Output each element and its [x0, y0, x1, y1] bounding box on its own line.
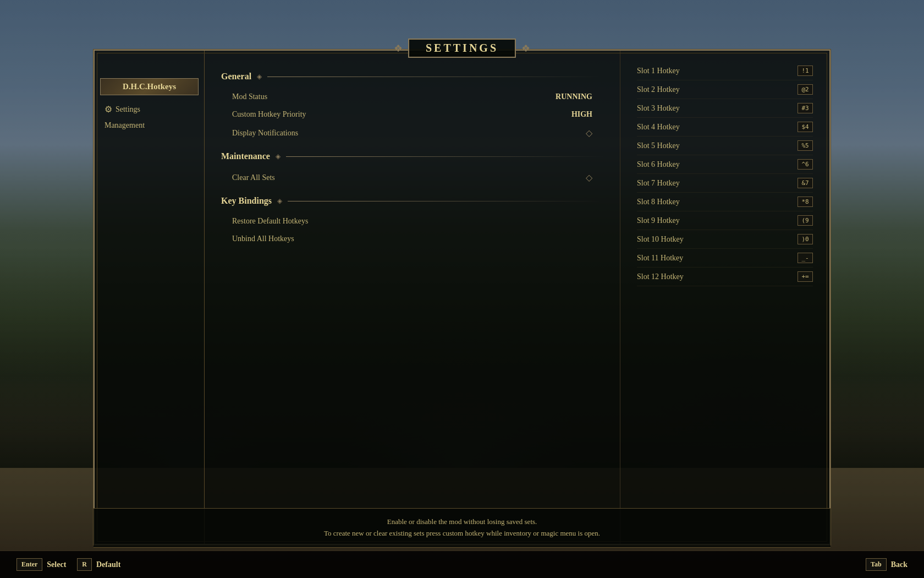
main-panel: ❖ SETTINGS ❖ D.H.C.Hotkeys ⚙ Settings Ma… [94, 50, 831, 545]
header: ❖ SETTINGS ❖ [394, 39, 530, 58]
hotkey-slot-7[interactable]: Slot 7 Hotkey&7 [637, 174, 813, 193]
keybindings-section-header: Key Bindings ◈ [221, 196, 603, 206]
hotkey-slot-8-label: Slot 8 Hotkey [637, 198, 680, 206]
sidebar-management-label: Management [105, 121, 145, 130]
sidebar: D.H.C.Hotkeys ⚙ Settings Management [95, 51, 205, 544]
hotkey-slot-3[interactable]: Slot 3 Hotkey#3 [637, 99, 813, 118]
hotkey-priority-value: HIGH [571, 110, 592, 119]
maintenance-diamond: ◈ [276, 152, 280, 161]
hotkey-slot-11-label: Slot 11 Hotkey [637, 254, 683, 263]
select-label: Select [47, 560, 66, 569]
hotkey-slot-7-key: &7 [798, 178, 813, 188]
description-bar: Enable or disable the mod without losing… [94, 508, 831, 548]
r-key: R [77, 558, 92, 571]
hotkey-slot-8[interactable]: Slot 8 Hotkey*8 [637, 193, 813, 211]
hotkey-slot-1-label: Slot 1 Hotkey [637, 67, 680, 75]
display-notifications-label: Display Notifications [232, 129, 298, 138]
hotkey-slot-2-label: Slot 2 Hotkey [637, 85, 680, 94]
description-line2: To create new or clear existing sets pre… [105, 528, 820, 539]
sidebar-item-settings[interactable]: ⚙ Settings [100, 102, 199, 117]
panel-title: SETTINGS [408, 39, 516, 58]
hotkey-slot-5-key: %5 [798, 140, 813, 151]
enter-select-btn: Enter Select R Default [16, 558, 120, 571]
hotkey-slot-6-label: Slot 6 Hotkey [637, 160, 680, 169]
tab-back-btn: Tab Back [866, 558, 908, 571]
tab-key: Tab [866, 558, 887, 571]
left-content: General ◈ Mod Status RUNNING Custom Hotk… [205, 51, 620, 544]
hotkey-slot-8-key: *8 [798, 197, 813, 207]
general-title: General [221, 72, 251, 81]
mod-status-row[interactable]: Mod Status RUNNING [221, 88, 603, 106]
corner-tr [815, 50, 831, 65]
hotkey-slot-1[interactable]: Slot 1 Hotkey!1 [637, 62, 813, 80]
unbind-hotkeys-row[interactable]: Unbind All Hotkeys [221, 230, 603, 248]
hotkey-slot-5-label: Slot 5 Hotkey [637, 141, 680, 150]
hotkey-slot-11-key: _- [798, 253, 813, 263]
panel-body: D.H.C.Hotkeys ⚙ Settings Management Gene… [95, 51, 829, 544]
clear-all-sets-row[interactable]: Clear All Sets ◇ [221, 168, 603, 187]
general-section-header: General ◈ [221, 72, 603, 81]
hotkey-slot-9[interactable]: Slot 9 Hotkey(9 [637, 211, 813, 230]
sidebar-item-management[interactable]: Management [100, 119, 199, 132]
hotkey-slot-11[interactable]: Slot 11 Hotkey_- [637, 249, 813, 268]
header-ornament-left: ❖ [394, 42, 403, 54]
hotkey-slot-6[interactable]: Slot 6 Hotkey^6 [637, 155, 813, 174]
hotkey-slots-list: Slot 1 Hotkey!1Slot 2 Hotkey@2Slot 3 Hot… [637, 62, 813, 286]
keybindings-diamond: ◈ [277, 197, 282, 205]
hotkey-slot-5[interactable]: Slot 5 Hotkey%5 [637, 137, 813, 155]
header-ornament-right: ❖ [521, 42, 530, 54]
maintenance-line [286, 156, 603, 157]
maintenance-title: Maintenance [221, 151, 270, 161]
sidebar-mod-name[interactable]: D.H.C.Hotkeys [100, 78, 199, 95]
display-notifications-toggle: ◇ [586, 128, 592, 138]
corner-tl [94, 50, 109, 65]
back-label: Back [891, 560, 908, 569]
hotkey-slot-12-key: += [798, 271, 813, 282]
general-diamond: ◈ [257, 73, 262, 81]
bottom-bar: Enter Select R Default Tab Back [0, 550, 924, 578]
clear-all-sets-icon: ◇ [586, 172, 592, 183]
display-notifications-row[interactable]: Display Notifications ◇ [221, 123, 603, 143]
hotkey-slot-12[interactable]: Slot 12 Hotkey+= [637, 268, 813, 286]
hotkey-slot-12-label: Slot 12 Hotkey [637, 272, 684, 281]
hotkey-slot-9-label: Slot 9 Hotkey [637, 216, 680, 225]
keybindings-title: Key Bindings [221, 196, 272, 206]
hotkey-slot-10[interactable]: Slot 10 Hotkey)0 [637, 230, 813, 249]
hotkey-slot-3-key: #3 [798, 103, 813, 113]
hotkey-slot-4[interactable]: Slot 4 Hotkey$4 [637, 118, 813, 137]
mod-status-value: RUNNING [556, 92, 592, 101]
default-label: Default [96, 560, 120, 569]
maintenance-section-header: Maintenance ◈ [221, 151, 603, 161]
hotkey-slot-1-key: !1 [798, 66, 813, 76]
clear-all-sets-label: Clear All Sets [232, 173, 275, 182]
keybindings-line [288, 201, 603, 201]
restore-hotkeys-label: Restore Default Hotkeys [232, 217, 308, 226]
hotkey-slot-10-label: Slot 10 Hotkey [637, 235, 684, 244]
right-content: Slot 1 Hotkey!1Slot 2 Hotkey@2Slot 3 Hot… [620, 51, 829, 544]
hotkey-slot-3-label: Slot 3 Hotkey [637, 104, 680, 113]
hotkey-slot-2-key: @2 [798, 84, 813, 95]
hotkey-slot-7-label: Slot 7 Hotkey [637, 179, 680, 188]
description-line1: Enable or disable the mod without losing… [105, 516, 820, 528]
mod-status-label: Mod Status [232, 92, 267, 101]
hotkey-slot-4-key: $4 [798, 122, 813, 132]
hotkey-slot-6-key: ^6 [798, 159, 813, 170]
unbind-hotkeys-label: Unbind All Hotkeys [232, 235, 294, 243]
hotkey-slot-10-key: )0 [798, 234, 813, 244]
enter-key: Enter [16, 558, 42, 571]
general-line [267, 77, 603, 77]
hotkey-slot-4-label: Slot 4 Hotkey [637, 123, 680, 132]
hotkey-slot-9-key: (9 [798, 215, 813, 226]
restore-hotkeys-row[interactable]: Restore Default Hotkeys [221, 212, 603, 230]
hotkey-priority-label: Custom Hotkey Priority [232, 110, 306, 119]
sidebar-settings-label: Settings [116, 105, 140, 114]
hotkey-slot-2[interactable]: Slot 2 Hotkey@2 [637, 80, 813, 99]
hotkey-priority-row[interactable]: Custom Hotkey Priority HIGH [221, 106, 603, 123]
settings-icon: ⚙ [105, 104, 112, 114]
